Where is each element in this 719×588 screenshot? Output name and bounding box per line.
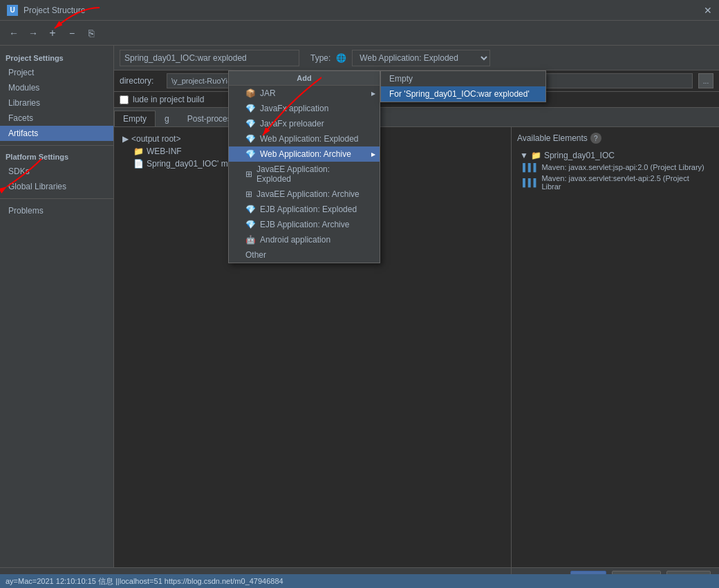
add-menu-android[interactable]: 🤖 Android application <box>229 232 380 247</box>
project-settings-title: Project Settings <box>0 51 113 65</box>
webinf-icon: 📁 <box>133 146 144 156</box>
maven-label-2: Maven: javax.servlet:servlet-api:2.5 (Pr… <box>541 174 708 191</box>
sub-dropdown: Empty For 'Spring_day01_IOC:war exploded… <box>380 70 546 102</box>
javafx-preloader-icon: 💎 <box>245 119 256 129</box>
ejb-exploded-icon: 💎 <box>245 205 256 214</box>
tab-output[interactable]: Empty <box>114 111 156 126</box>
main-layout: Project Settings Project Modules Librari… <box>0 46 719 567</box>
libraries-label: Libraries <box>8 98 40 108</box>
android-label: Android application <box>260 235 330 245</box>
sidebar-item-sdks[interactable]: SDKs <box>0 164 113 179</box>
global-libraries-label: Global Libraries <box>8 182 66 191</box>
artifacts-label: Artifacts <box>8 129 38 138</box>
web-exploded-label: Web Application: Exploded <box>260 134 359 144</box>
ejb-archive-icon: 💎 <box>245 220 256 229</box>
webinf-label: WEB-INF <box>147 146 182 156</box>
title-bar-left: U Project Structure <box>7 5 85 16</box>
copy-button[interactable]: ⎘ <box>83 25 100 41</box>
empty-label: Empty <box>389 74 413 84</box>
sidebar: Project Settings Project Modules Librari… <box>0 46 114 567</box>
include-in-build-label: lude in project build <box>133 95 204 104</box>
content-top-bar: Type: 🌐 Web Application: Exploded <box>114 46 719 70</box>
javafx-app-icon: 💎 <box>245 104 256 113</box>
sub-menu-for-war[interactable]: For 'Spring_day01_IOC:war exploded' <box>381 86 545 102</box>
content-area: Type: 🌐 Web Application: Exploded direct… <box>114 46 719 567</box>
sidebar-item-libraries[interactable]: Libraries <box>0 95 113 111</box>
available-elements-title: Available Elements ? <box>517 133 713 144</box>
sidebar-item-modules[interactable]: Modules <box>0 80 113 95</box>
maven-icon-1: ▌▌▌ <box>523 163 539 171</box>
facets-label: Facets <box>8 113 33 123</box>
output-root-chevron: ▶ <box>122 134 129 144</box>
web-archive-label: Web Application: Archive <box>260 149 351 159</box>
web-exploded-icon: 💎 <box>245 134 256 144</box>
add-dropdown-header: Add <box>229 71 380 86</box>
right-elements-panel: Available Elements ? ▼ 📁 Spring_day01_IO… <box>512 127 719 580</box>
javaee-exploded-icon: ⊞ <box>245 169 252 179</box>
help-icon[interactable]: ? <box>590 133 601 144</box>
forward-button[interactable]: → <box>25 25 41 41</box>
add-button[interactable]: + <box>44 25 61 41</box>
content-middle: ▶ <output root> 📁 WEB-INF 📄 Spring_day01… <box>114 127 719 580</box>
toolbar: ← → + − ⎘ <box>0 21 719 46</box>
close-button[interactable]: ✕ <box>704 5 712 16</box>
maven-item-jsp: ▌▌▌ Maven: javax.servlet:jsp-api:2.0 (Pr… <box>517 162 713 173</box>
modules-label: Modules <box>8 83 39 93</box>
remove-button[interactable]: − <box>64 25 80 41</box>
add-menu-web-archive[interactable]: 💎 Web Application: Archive <box>229 146 380 162</box>
add-menu-javaee-exploded[interactable]: ⊞ JavaEE Application: Exploded <box>229 162 380 187</box>
module-folder-icon: 📁 <box>531 151 541 160</box>
jar-label: JAR <box>260 88 276 98</box>
add-menu-web-exploded[interactable]: 💎 Web Application: Exploded <box>229 131 380 146</box>
project-label: Project <box>8 68 34 77</box>
sidebar-item-project[interactable]: Project <box>0 65 113 80</box>
output-root-label: <output root> <box>131 134 180 144</box>
web-archive-icon: 💎 <box>245 149 256 159</box>
ejb-archive-label: EJB Application: Archive <box>260 220 349 229</box>
status-text: ay=Mac=2021 12:10:10:15 信息 ||localhost=5… <box>6 576 283 587</box>
sidebar-divider <box>0 145 113 146</box>
sub-menu-empty[interactable]: Empty <box>381 71 545 86</box>
javaee-archive-label: JavaEE Application: Archive <box>256 189 360 199</box>
facet-icon: 📄 <box>133 159 144 169</box>
maven-label-1: Maven: javax.servlet:jsp-api:2.0 (Projec… <box>541 163 704 171</box>
other-label: Other <box>245 250 266 260</box>
problems-label: Problems <box>8 206 44 216</box>
type-label: Type: <box>310 53 330 63</box>
back-button[interactable]: ← <box>6 25 22 41</box>
ejb-exploded-label: EJB Application: Exploded <box>260 205 357 214</box>
sidebar-item-global-libraries[interactable]: Global Libraries <box>0 179 113 194</box>
add-dropdown: Add 📦 JAR 💎 JavaFx application 💎 JavaFx … <box>228 70 380 263</box>
content-tabs: Empty g Post-processing Maven <box>114 108 719 127</box>
add-menu-javafx-app[interactable]: 💎 JavaFx application <box>229 101 380 116</box>
sidebar-item-facets[interactable]: Facets <box>0 111 113 126</box>
sdks-label: SDKs <box>8 167 30 176</box>
sidebar-item-artifacts[interactable]: Artifacts <box>0 126 113 141</box>
sidebar-item-problems[interactable]: Problems <box>0 203 113 218</box>
add-menu-ejb-exploded[interactable]: 💎 EJB Application: Exploded <box>229 202 380 217</box>
directory-label: directory: <box>120 76 161 86</box>
add-menu-javafx-preloader[interactable]: 💎 JavaFx preloader <box>229 116 380 131</box>
type-select[interactable]: Web Application: Exploded <box>352 50 490 66</box>
platform-settings-title: Platform Settings <box>0 150 113 164</box>
sidebar-divider-2 <box>0 198 113 199</box>
android-icon: 🤖 <box>245 235 256 245</box>
javaee-exploded-label: JavaEE Application: Exploded <box>256 164 363 184</box>
artifact-name-input[interactable] <box>120 50 299 66</box>
browse-button[interactable]: ... <box>698 73 713 88</box>
add-menu-jar[interactable]: 📦 JAR <box>229 86 380 101</box>
add-menu-javaee-archive[interactable]: ⊞ JavaEE Application: Archive <box>229 187 380 202</box>
javafx-preloader-label: JavaFx preloader <box>260 119 324 129</box>
title-bar: U Project Structure ✕ <box>0 0 719 21</box>
maven-item-servlet: ▌▌▌ Maven: javax.servlet:servlet-api:2.5… <box>517 173 713 192</box>
app-icon: U <box>7 5 18 16</box>
tree-item-spring-day01[interactable]: ▼ 📁 Spring_day01_IOC <box>517 149 713 162</box>
type-icon: 🌐 <box>336 53 346 63</box>
javafx-app-label: JavaFx application <box>260 104 328 113</box>
tab-g[interactable]: g <box>156 111 178 126</box>
dialog-title: Project Structure <box>24 6 85 15</box>
add-menu-other[interactable]: Other <box>229 247 380 263</box>
jar-icon: 📦 <box>245 88 256 98</box>
include-in-build-checkbox[interactable] <box>120 95 129 104</box>
add-menu-ejb-archive[interactable]: 💎 EJB Application: Archive <box>229 217 380 232</box>
